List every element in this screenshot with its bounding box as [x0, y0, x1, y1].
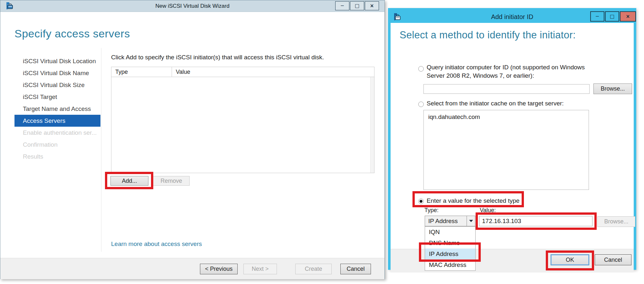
dropdown-option-ip-address[interactable]: IP Address — [425, 249, 475, 260]
page-title: Specify access servers — [14, 27, 130, 40]
cancel-button[interactable]: Cancel — [340, 264, 371, 274]
ok-button[interactable]: OK — [551, 254, 589, 265]
sidebar-divider — [101, 48, 101, 252]
sidebar-item-disk-name[interactable]: iSCSI Virtual Disk Name — [14, 67, 100, 79]
remove-button: Remove — [153, 176, 190, 186]
close-button[interactable]: × — [365, 1, 379, 10]
value-input[interactable] — [479, 216, 592, 226]
radio-initiator-cache-label[interactable]: Select from the initiator cache on the t… — [427, 99, 564, 108]
sidebar-item-confirmation: Confirmation — [14, 139, 100, 151]
radio-query-initiator-label[interactable]: Query initiator computer for ID (not sup… — [427, 63, 602, 80]
dropdown-option-dns-name[interactable]: DNS Name — [425, 238, 475, 249]
window-title: New iSCSI Virtual Disk Wizard — [0, 0, 384, 12]
desktop: New iSCSI Virtual Disk Wizard ─ □ × Spec… — [0, 0, 644, 284]
create-button: Create — [295, 264, 332, 274]
add-initiator-id-window: Add initiator ID ─ □ × Select a method t… — [388, 8, 636, 270]
close-icon[interactable]: × — [620, 11, 636, 22]
minimize-button[interactable]: ─ — [335, 1, 349, 10]
type-dropdown-selected: IP Address — [428, 216, 458, 226]
initiators-table[interactable]: Type Value — [111, 67, 374, 173]
learn-more-link[interactable]: Learn more about access servers — [111, 240, 202, 248]
table-header: Type Value — [111, 67, 374, 77]
new-iscsi-virtual-disk-wizard-window: New iSCSI Virtual Disk Wizard ─ □ × Spec… — [0, 0, 385, 279]
dialog-heading: Select a method to identify the initiato… — [400, 29, 576, 41]
instruction-text: Click Add to specify the iSCSI initiator… — [111, 54, 324, 61]
sidebar-item-enable-authentication: Enable authentication ser... — [14, 127, 100, 139]
sidebar-item-access-servers[interactable]: Access Servers — [14, 115, 100, 127]
maximize-button[interactable]: □ — [350, 1, 364, 10]
sidebar-item-results: Results — [14, 151, 100, 162]
sidebar-item-target-name-access[interactable]: Target Name and Access — [14, 103, 100, 115]
value-label: Value: — [480, 207, 496, 214]
browse-value-button: Browse... — [597, 216, 635, 227]
column-header-type[interactable]: Type — [111, 67, 172, 77]
list-item-iqn[interactable]: iqn.dahuatech.com — [424, 110, 589, 121]
dropdown-arrow-button[interactable] — [467, 216, 475, 226]
type-dropdown[interactable]: IP Address — [425, 216, 475, 226]
dropdown-option-mac-address[interactable]: MAC Address — [425, 260, 475, 270]
left-title-bar[interactable]: New iSCSI Virtual Disk Wizard ─ □ × — [0, 0, 384, 12]
wizard-step-list: iSCSI Virtual Disk Location iSCSI Virtua… — [14, 55, 100, 162]
add-button[interactable]: Add... — [110, 176, 148, 186]
column-header-value[interactable]: Value — [172, 67, 374, 77]
type-label: Type: — [424, 207, 439, 214]
browse-query-button[interactable]: Browse... — [593, 83, 632, 94]
sidebar-item-disk-location[interactable]: iSCSI Virtual Disk Location — [14, 55, 100, 67]
sidebar-item-iscsi-target[interactable]: iSCSI Target — [14, 91, 100, 103]
maximize-button[interactable]: □ — [605, 11, 619, 22]
chevron-down-icon — [469, 220, 473, 222]
minimize-button[interactable]: ─ — [590, 11, 604, 22]
table-scrollbar[interactable] — [370, 77, 374, 173]
radio-enter-value[interactable] — [418, 199, 424, 204]
query-id-input[interactable] — [423, 84, 590, 94]
previous-button[interactable]: < Previous — [200, 264, 238, 274]
dropdown-option-iqn[interactable]: IQN — [425, 227, 475, 238]
initiator-cache-list[interactable]: iqn.dahuatech.com — [423, 110, 589, 190]
sidebar-item-disk-size[interactable]: iSCSI Virtual Disk Size — [14, 79, 100, 91]
type-dropdown-list: IQN DNS Name IP Address MAC Address — [425, 226, 476, 271]
radio-enter-value-label[interactable]: Enter a value for the selected type — [427, 197, 519, 205]
radio-query-initiator[interactable] — [418, 66, 424, 72]
cancel-button[interactable]: Cancel — [595, 254, 631, 265]
next-button: Next > — [243, 264, 277, 274]
radio-initiator-cache[interactable] — [418, 102, 424, 107]
right-title-bar[interactable]: Add initiator ID ─ □ × — [391, 11, 634, 23]
